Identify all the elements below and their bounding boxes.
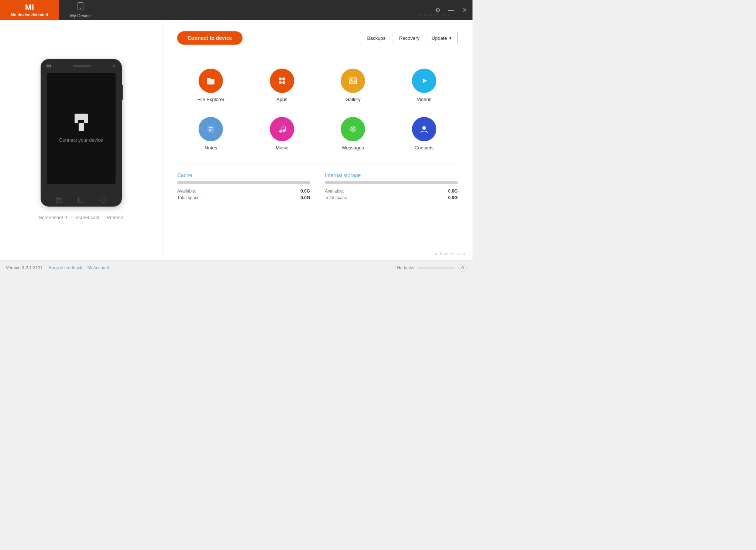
videos-label: Videos [417, 97, 432, 102]
screenshot-chevron-icon: ▼ [65, 215, 68, 219]
apps-icon [276, 75, 288, 87]
top-btn-group: Backups Recovery Update ▼ [360, 32, 458, 44]
task-bar [418, 267, 455, 269]
cache-total-val: 0.0G [300, 195, 310, 200]
top-action-bar: Connect to device Backups Recovery Updat… [177, 31, 458, 45]
my-device-label: My Device [70, 13, 91, 18]
usb-cable [79, 123, 84, 131]
recovery-button[interactable]: Recovery [392, 32, 426, 44]
file-explorer-circle [199, 69, 223, 93]
svg-point-2 [80, 8, 81, 9]
svg-point-4 [282, 77, 285, 80]
phone-camera [113, 65, 116, 68]
cache-available-val: 0.0G [300, 188, 310, 194]
svg-point-15 [279, 130, 282, 133]
bugs-feedback-link[interactable]: Bugs & feedback [49, 265, 82, 270]
messages-circle [341, 117, 365, 141]
internal-available-val: 0.0G [448, 188, 458, 194]
videos-item[interactable]: Videos [391, 65, 458, 106]
version-text: Version 3.2.1.3111 [6, 265, 43, 270]
cache-bar-fill [177, 181, 310, 184]
music-label: Music [276, 145, 288, 151]
cache-available-row: Available: 0.0G [177, 188, 310, 194]
contacts-item[interactable]: Contacts [391, 113, 458, 154]
svg-rect-1 [79, 3, 82, 8]
internal-available-label: Available: [325, 188, 344, 194]
gallery-item[interactable]: Gallery [319, 65, 387, 106]
svg-point-5 [279, 81, 282, 84]
file-explorer-icon [205, 75, 217, 87]
phone-top-bar: MI [41, 60, 122, 72]
internal-total-label: Total space: [325, 195, 348, 200]
connect-to-device-button[interactable]: Connect to device [177, 31, 243, 45]
apps-circle [270, 69, 294, 93]
screencast-button[interactable]: Screencast [72, 213, 102, 222]
icons-grid: File Explorer Apps [177, 65, 458, 154]
music-icon [276, 123, 288, 135]
phone-speaker [73, 65, 91, 67]
watermark-bottom: androidmtk.com [434, 251, 465, 256]
cache-total-row: Total space: 0.0G [177, 195, 310, 200]
internal-storage: Internal storage Available: 0.0G Total s… [325, 172, 458, 202]
messages-icon [347, 123, 359, 135]
cache-available-label: Available: [177, 188, 196, 194]
internal-total-row: Total space: 0.0G [325, 195, 458, 200]
videos-icon [418, 75, 430, 87]
main-content: MI Connect your device [0, 20, 472, 260]
update-chevron-icon: ▼ [449, 36, 452, 40]
apps-label: Apps [276, 97, 288, 102]
svg-point-24 [422, 126, 426, 130]
watermark-top: androidmtk.com [419, 12, 450, 17]
music-circle [270, 117, 294, 141]
internal-available-row: Available: 0.0G [325, 188, 458, 194]
contacts-icon [418, 123, 430, 135]
update-button[interactable]: Update ▼ [426, 32, 458, 44]
backups-button[interactable]: Backups [360, 32, 392, 44]
refresh-button[interactable]: Refresh [103, 213, 126, 222]
notes-icon [205, 123, 217, 135]
close-button[interactable]: ✕ [460, 6, 469, 15]
no-tasks-text: No tasks [397, 265, 414, 270]
cache-storage: Cache Available: 0.0G Total space: 0.0G [177, 172, 310, 202]
videos-circle [412, 69, 436, 93]
internal-bar-bg [325, 181, 458, 184]
mi-logo-area[interactable]: MI No device detected [0, 0, 59, 20]
gallery-icon [347, 75, 359, 87]
svg-point-23 [352, 128, 354, 130]
cache-title: Cache [177, 172, 310, 178]
messages-item[interactable]: Messages [319, 113, 387, 154]
file-explorer-label: File Explorer [197, 97, 224, 102]
storage-divider [177, 163, 458, 163]
file-explorer-item[interactable]: File Explorer [177, 65, 245, 106]
storage-section: Cache Available: 0.0G Total space: 0.0G … [177, 172, 458, 202]
right-panel: Connect to device Backups Recovery Updat… [162, 20, 472, 260]
internal-total-val: 0.0G [448, 195, 458, 200]
bottom-bar: Version 3.2.1.3111 Bugs & feedback Mi Ac… [0, 260, 472, 275]
phone-body: MI Connect your device [41, 59, 122, 207]
internal-bar-fill [325, 181, 458, 184]
music-item[interactable]: Music [248, 113, 316, 154]
notes-circle [199, 117, 223, 141]
bottom-right: No tasks 0 [397, 264, 467, 272]
no-device-label: No device detected [11, 13, 48, 17]
phone-recent-btn [100, 197, 106, 203]
cache-total-label: Total space: [177, 195, 201, 200]
top-divider [177, 56, 458, 56]
phone-menu-lines [57, 198, 61, 201]
notes-label: Notes [205, 145, 217, 151]
phone-screen: Connect your device [47, 73, 116, 184]
phone-container: MI Connect your device [41, 59, 122, 207]
left-panel: MI Connect your device [0, 20, 162, 260]
my-device-tab[interactable]: My Device [63, 0, 98, 20]
mi-account-link[interactable]: Mi Account [87, 265, 109, 270]
messages-label: Messages [342, 145, 364, 151]
title-bar: MI No device detected My Device ⚙ — ✕ an… [0, 0, 472, 20]
svg-point-6 [282, 81, 285, 84]
apps-item[interactable]: Apps [248, 65, 316, 106]
svg-marker-10 [423, 79, 427, 83]
usb-notch [78, 120, 84, 123]
phone-home-btn [78, 197, 84, 203]
notes-item[interactable]: Notes [177, 113, 245, 154]
cache-bar-bg [177, 181, 310, 184]
screenshot-button[interactable]: Screenshot ▼ [36, 213, 71, 222]
